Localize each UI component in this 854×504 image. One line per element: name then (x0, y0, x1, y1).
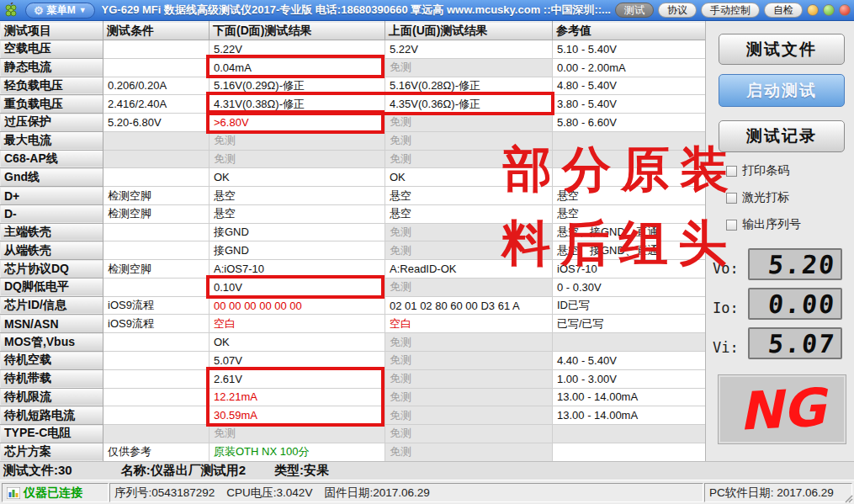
row-header[interactable]: 静态电流 (1, 58, 103, 77)
row-header[interactable]: MOS管,Vbus (1, 333, 103, 352)
test-file-button[interactable]: 测试文件 (719, 34, 845, 65)
u-side-result-cell: 免测 (385, 369, 553, 388)
u-side-result-cell: 免测 (385, 241, 553, 260)
checkbox-icon (726, 166, 737, 177)
reference-value-cell: 5.80 - 6.60V (553, 114, 706, 132)
row-header[interactable]: D- (1, 204, 103, 223)
d-side-result-cell: 5.22V (210, 40, 385, 59)
reference-value-cell (553, 150, 706, 168)
d-side-result-cell: >6.80V (210, 114, 385, 132)
row-header[interactable]: 芯片协议DQ (1, 260, 103, 279)
table-row: 静态电流0.04mA免测0.00 - 2.00mA (1, 58, 706, 77)
window-light-yellow[interactable] (807, 4, 819, 16)
menu-button[interactable]: ⚙ 菜单M ▼ (25, 3, 95, 19)
row-header[interactable]: 待机带载 (1, 369, 103, 388)
table-row: 空载电压5.22V5.22V5.10 - 5.40V (1, 40, 706, 59)
table-row: 待机限流12.21mA免测13.00 - 14.00mA (1, 388, 706, 406)
d-side-result-cell: 5.07V (210, 352, 385, 370)
reference-value-cell: 4.80 - 5.40V (553, 77, 706, 95)
table-row: 芯片协议DQ检测空脚A:iOS7-10A:ReadID-OKiOS7-10 (1, 260, 706, 279)
row-header[interactable]: DQ脚低电平 (1, 278, 103, 296)
menu-button-label: 菜单M (47, 3, 76, 18)
d-side-result-cell: OK (210, 168, 385, 187)
condition-cell: 检测空脚 (103, 187, 210, 205)
column-header: 参考值 (553, 22, 706, 40)
row-header[interactable]: TYPE-C电阻 (1, 425, 103, 443)
reference-value-cell (553, 333, 706, 352)
checkbox-laser-mark[interactable]: 激光打标 (726, 190, 789, 205)
condition-cell (103, 425, 210, 443)
tab-自检[interactable]: 自检 (764, 3, 803, 18)
table-row: 最大电流免测免测 (1, 131, 706, 150)
row-header[interactable]: 芯片ID/信息 (1, 296, 103, 315)
row-header[interactable]: 待机短路电流 (1, 406, 103, 425)
reference-value-cell: 5.10 - 5.40V (553, 40, 706, 59)
checkbox-output-serial[interactable]: 输出序列号 (726, 217, 801, 232)
u-side-result-cell: 免测 (385, 150, 553, 168)
window-light-green[interactable] (823, 4, 835, 16)
row-header[interactable]: D+ (1, 187, 103, 205)
firmware-date: 固件日期:2017.06.29 (324, 485, 429, 501)
condition-cell (103, 278, 210, 296)
chevron-down-icon: ▼ (79, 6, 87, 14)
row-header[interactable]: 从端铁壳 (1, 241, 103, 260)
test-record-button[interactable]: 测试记录 (719, 120, 845, 152)
d-side-result-cell: 免测 (210, 425, 385, 443)
start-test-button[interactable]: 启动测试 (719, 74, 845, 107)
io-value: 0.00 (766, 289, 837, 319)
row-header[interactable]: 芯片方案 (1, 443, 103, 461)
table-row: D+检测空脚悬空悬空悬空 (1, 187, 706, 205)
u-side-result-cell: 4.35V(0.36Ω)-修正 (385, 95, 553, 114)
checkbox-print-barcode[interactable]: 打印条码 (726, 163, 789, 178)
u-side-result-cell: 空白 (385, 315, 553, 333)
vo-lcd-display: 5.20 (748, 248, 842, 280)
condition-cell: iOS9流程 (103, 296, 210, 315)
row-header[interactable]: 过压保护 (1, 114, 103, 132)
reference-value-cell (553, 425, 706, 443)
io-label: Io: (713, 300, 748, 320)
row-header[interactable]: C68-AP线 (1, 150, 103, 168)
u-side-result-cell: A:ReadID-OK (385, 260, 553, 279)
condition-cell (103, 131, 210, 150)
test-results-table: 测试项目测试条件下面(D面)测试结果上面(U面)测试结果参考值 空载电压5.22… (0, 21, 705, 462)
row-header[interactable]: MSN/ASN (1, 315, 103, 333)
condition-cell: 0.206/0.20A (103, 77, 210, 95)
d-side-result-cell: 免测 (210, 131, 385, 150)
table-row: Gnd线OKOK (1, 168, 706, 187)
row-header[interactable]: 重负载电压 (1, 95, 103, 114)
row-header[interactable]: 最大电流 (1, 131, 103, 150)
row-header[interactable]: 轻负载电压 (1, 77, 103, 95)
condition-cell (103, 352, 210, 370)
vi-label: Vi: (713, 339, 748, 359)
d-side-result-cell: 0.10V (210, 278, 385, 296)
row-header[interactable]: 待机空载 (1, 352, 103, 370)
tab-协议[interactable]: 协议 (658, 3, 697, 18)
vi-lcd-display: 5.07 (748, 327, 842, 359)
d-side-result-cell: 免测 (210, 150, 385, 168)
column-header: 测试项目 (1, 22, 103, 40)
checkbox-label: 输出序列号 (742, 217, 801, 232)
reference-value-cell: ID已写 (553, 296, 706, 315)
vo-label: Vo: (713, 260, 748, 280)
vi-value: 5.07 (766, 329, 837, 358)
pc-software-date-segment: PC软件日期: 2017.06.29 (704, 483, 852, 502)
checkbox-icon (726, 220, 737, 231)
reference-value-cell (553, 443, 706, 461)
table-row: 待机带载2.61V免测1.00 - 3.00V (1, 369, 706, 388)
tab-手动控制[interactable]: 手动控制 (701, 3, 760, 18)
resize-grip[interactable] (842, 492, 853, 503)
u-side-result-cell: 免测 (385, 58, 553, 77)
row-header[interactable]: 待机限流 (1, 388, 103, 406)
gear-icon: ⚙ (34, 4, 44, 17)
row-header[interactable]: Gnd线 (1, 168, 103, 187)
row-header[interactable]: 空载电压 (1, 40, 103, 59)
u-side-result-cell: 悬空 (385, 204, 553, 223)
connection-status-text: 仪器已连接 (24, 485, 82, 501)
tab-测试[interactable]: 测试 (615, 3, 654, 18)
footer-file-type: 类型:安果 (274, 463, 329, 479)
window-light-red[interactable] (839, 4, 851, 16)
u-side-result-cell: OK (385, 168, 553, 187)
table-row: 从端铁壳接GND免测悬空、接GND、直通 (1, 241, 706, 260)
column-header: 测试条件 (103, 22, 210, 40)
row-header[interactable]: 主端铁壳 (1, 223, 103, 241)
